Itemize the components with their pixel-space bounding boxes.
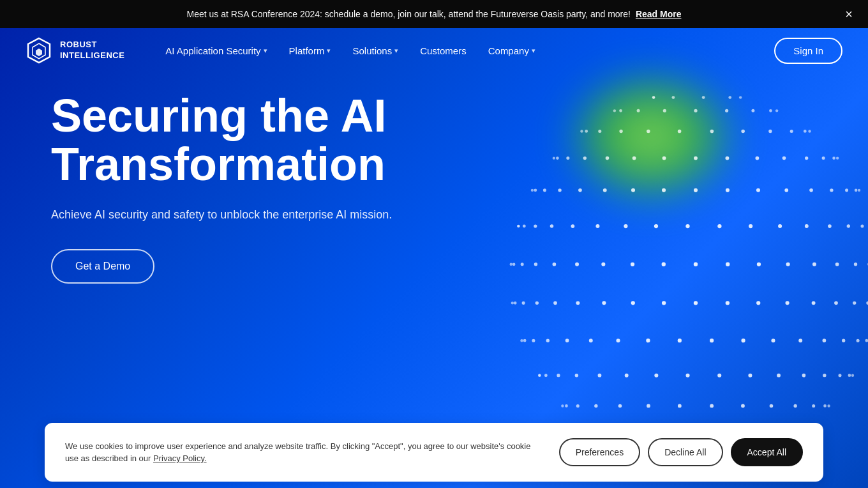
svg-point-100 — [786, 263, 790, 266]
svg-point-99 — [812, 263, 816, 266]
svg-point-80 — [812, 301, 816, 305]
svg-point-40 — [851, 374, 854, 376]
svg-point-122 — [685, 224, 689, 228]
read-more-link[interactable]: Read More — [636, 9, 682, 19]
svg-point-184 — [613, 109, 616, 112]
cookie-text: We use cookies to improve user experienc… — [65, 440, 546, 465]
svg-point-171 — [647, 130, 650, 133]
chevron-down-icon: ▾ — [532, 47, 535, 55]
svg-point-44 — [802, 374, 806, 377]
svg-point-157 — [662, 156, 666, 160]
svg-point-115 — [860, 225, 864, 228]
svg-point-29 — [793, 404, 797, 408]
svg-point-43 — [823, 374, 826, 377]
svg-point-65 — [710, 339, 714, 342]
svg-point-110 — [521, 263, 524, 266]
svg-point-135 — [830, 188, 833, 192]
svg-point-150 — [832, 156, 835, 160]
hero-section: ROBUST INTELLIGENCE AI Application Secur… — [0, 28, 868, 488]
hero-content: Securing the AI Transformation Achieve A… — [51, 92, 392, 284]
svg-point-87 — [602, 301, 606, 305]
svg-point-50 — [625, 374, 629, 377]
svg-point-143 — [603, 188, 607, 192]
svg-point-98 — [835, 263, 839, 266]
accept-all-button[interactable]: Accept All — [731, 438, 803, 466]
svg-point-60 — [842, 339, 845, 342]
logo-icon — [26, 37, 52, 64]
announcement-banner: Meet us at RSA Conference 2024: schedule… — [0, 0, 868, 28]
svg-point-101 — [757, 263, 761, 266]
svg-point-46 — [748, 374, 752, 377]
get-demo-button[interactable]: Get a Demo — [51, 249, 154, 284]
svg-point-183 — [619, 109, 622, 112]
svg-point-42 — [838, 374, 841, 377]
chevron-down-icon: ▾ — [394, 47, 398, 55]
svg-point-182 — [637, 109, 640, 112]
svg-point-118 — [805, 224, 809, 228]
svg-point-73 — [523, 339, 527, 342]
svg-point-162 — [556, 156, 559, 160]
logo[interactable]: ROBUST INTELLIGENCE — [26, 37, 124, 64]
svg-point-145 — [558, 188, 561, 192]
svg-point-142 — [631, 188, 635, 192]
svg-point-161 — [566, 156, 569, 160]
decline-all-button[interactable]: Decline All — [648, 438, 722, 466]
svg-point-111 — [513, 263, 516, 266]
svg-point-147 — [534, 188, 537, 192]
svg-point-149 — [836, 156, 839, 159]
nav-item-customers[interactable]: Customers — [411, 40, 475, 61]
svg-point-70 — [565, 339, 569, 342]
svg-point-45 — [777, 374, 781, 377]
svg-point-72 — [532, 339, 535, 342]
svg-point-126 — [571, 224, 574, 228]
svg-point-117 — [828, 224, 832, 228]
svg-point-121 — [717, 224, 721, 228]
svg-point-106 — [601, 263, 605, 266]
logo-text: ROBUST INTELLIGENCE — [60, 40, 124, 61]
nav-item-solutions[interactable]: Solutions ▾ — [343, 40, 407, 61]
svg-point-127 — [550, 224, 554, 228]
svg-point-82 — [756, 301, 760, 305]
svg-point-185 — [739, 96, 742, 98]
svg-point-119 — [778, 224, 782, 228]
svg-point-168 — [741, 130, 745, 133]
svg-point-125 — [595, 224, 599, 228]
svg-point-38 — [565, 404, 568, 408]
nav-item-company[interactable]: Company ▾ — [479, 40, 544, 61]
svg-point-63 — [771, 339, 775, 342]
svg-point-52 — [575, 374, 579, 377]
svg-point-47 — [717, 374, 721, 377]
svg-point-66 — [678, 339, 682, 342]
svg-point-159 — [606, 156, 610, 160]
svg-point-165 — [804, 130, 807, 133]
svg-point-51 — [598, 374, 602, 377]
svg-point-93 — [511, 301, 514, 304]
svg-point-116 — [847, 224, 850, 227]
svg-point-89 — [553, 301, 557, 305]
nav-item-ai-security[interactable]: AI Application Security ▾ — [156, 40, 276, 61]
svg-point-32 — [710, 404, 714, 408]
svg-point-54 — [544, 374, 548, 377]
svg-point-34 — [647, 404, 650, 408]
svg-point-148 — [531, 189, 534, 192]
hero-title: Securing the AI Transformation — [51, 92, 392, 188]
svg-point-41 — [848, 374, 851, 377]
svg-point-59 — [857, 339, 860, 342]
svg-point-68 — [616, 339, 620, 342]
svg-point-58 — [865, 339, 868, 342]
privacy-policy-link[interactable]: Privacy Policy. — [153, 454, 207, 463]
banner-close-button[interactable]: × — [842, 5, 855, 23]
svg-point-112 — [510, 263, 513, 266]
preferences-button[interactable]: Preferences — [559, 438, 640, 466]
svg-point-173 — [598, 130, 601, 133]
svg-point-131 — [517, 225, 520, 227]
nav-item-platform[interactable]: Platform ▾ — [280, 40, 340, 61]
svg-point-160 — [583, 156, 587, 160]
sign-in-button[interactable]: Sign In — [774, 38, 842, 64]
hero-subtitle: Achieve AI security and safety to unbloc… — [51, 206, 392, 224]
svg-point-153 — [782, 156, 786, 160]
svg-point-108 — [553, 263, 557, 266]
cookie-buttons: Preferences Decline All Accept All — [559, 438, 803, 466]
svg-point-144 — [578, 188, 582, 192]
svg-point-120 — [749, 224, 752, 228]
